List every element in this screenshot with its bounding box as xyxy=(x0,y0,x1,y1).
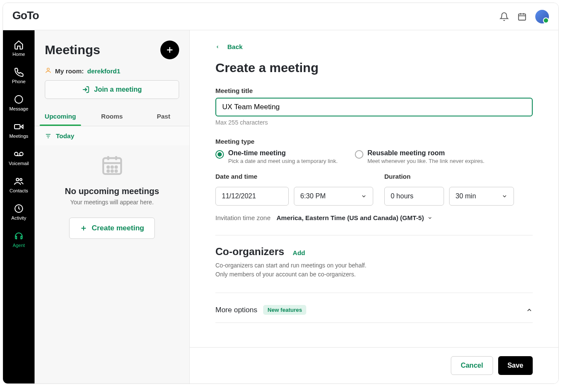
join-meeting-button[interactable]: Join a meeting xyxy=(45,80,179,99)
svg-point-12 xyxy=(115,166,117,168)
phone-icon xyxy=(14,67,24,77)
page-title: Create a meeting xyxy=(215,61,533,75)
nav-meetings[interactable]: Meetings xyxy=(3,116,35,144)
svg-point-6 xyxy=(20,179,22,181)
tab-past[interactable]: Past xyxy=(138,107,189,126)
svg-rect-2 xyxy=(15,125,20,129)
meetings-panel: Meetings My room: derekford1 Join a meet… xyxy=(35,30,190,383)
nav-activity-label: Activity xyxy=(12,215,26,221)
svg-rect-0 xyxy=(519,14,526,20)
new-meeting-button[interactable] xyxy=(160,41,179,59)
radio-reuse-title: Reusable meeting room xyxy=(368,149,485,157)
nav-message[interactable]: Message xyxy=(3,89,35,116)
more-options-label: More options xyxy=(215,306,257,314)
empty-title: No upcoming meetings xyxy=(65,186,159,196)
nav-contacts[interactable]: Contacts xyxy=(3,171,35,198)
date-input[interactable]: 11/12/2021 xyxy=(215,187,289,206)
back-link[interactable]: Back xyxy=(215,43,243,50)
cancel-button[interactable]: Cancel xyxy=(451,356,493,375)
radio-reusable[interactable]: Reusable meeting room Meet whenever you … xyxy=(355,149,485,164)
svg-point-3 xyxy=(15,152,18,156)
chevron-down-icon xyxy=(361,193,367,199)
form-footer: Cancel Save xyxy=(190,347,558,383)
minutes-select[interactable]: 30 min xyxy=(449,187,514,206)
coorganizers-title: Co-organizers xyxy=(215,246,284,258)
avatar[interactable] xyxy=(535,10,549,23)
datetime-label: Date and time xyxy=(215,173,373,180)
meetings-title: Meetings xyxy=(45,43,100,57)
time-select[interactable]: 6:30 PM xyxy=(294,187,373,206)
type-label: Meeting type xyxy=(215,138,533,145)
bell-icon[interactable] xyxy=(499,12,509,21)
person-icon xyxy=(45,67,52,75)
nav-voicemail-label: Voicemail xyxy=(9,161,29,166)
nav-phone-label: Phone xyxy=(12,79,26,84)
detail-panel: Back Create a meeting Meeting title Max … xyxy=(190,30,558,383)
nav-home[interactable]: Home xyxy=(3,35,35,62)
message-icon xyxy=(14,94,24,105)
join-meeting-label: Join a meeting xyxy=(94,86,142,93)
new-features-badge: New features xyxy=(263,305,306,315)
tab-rooms[interactable]: Rooms xyxy=(86,107,138,126)
nav-message-label: Message xyxy=(9,106,29,111)
radio-one-time[interactable]: One-time meeting Pick a date and meet us… xyxy=(215,149,338,164)
goto-logo: GoTo xyxy=(12,9,39,24)
topbar: GoTo xyxy=(3,3,558,30)
meeting-title-input[interactable] xyxy=(215,98,533,116)
create-meeting-button[interactable]: Create meeting xyxy=(69,218,155,239)
nav-home-label: Home xyxy=(12,52,25,57)
back-label: Back xyxy=(227,43,243,50)
coorganizers-desc: Co-organizers can start and run meetings… xyxy=(215,261,533,279)
svg-point-5 xyxy=(16,178,19,181)
add-coorganizer-link[interactable]: Add xyxy=(293,249,305,256)
calendar-empty-icon xyxy=(100,153,124,179)
myroom-id[interactable]: derekford1 xyxy=(87,67,121,75)
chevron-down-icon xyxy=(502,193,508,199)
svg-point-15 xyxy=(115,170,117,172)
nav-activity[interactable]: Activity xyxy=(3,198,35,226)
video-icon xyxy=(14,122,24,132)
empty-subtitle: Your meetings will appear here. xyxy=(70,199,154,206)
activity-icon xyxy=(14,203,24,214)
svg-point-10 xyxy=(107,166,109,168)
today-filter[interactable]: Today xyxy=(35,126,189,145)
title-hint: Max 255 characters xyxy=(215,119,533,126)
filter-icon xyxy=(45,133,52,139)
svg-point-11 xyxy=(111,166,113,168)
radio-selected-icon xyxy=(215,150,224,159)
timezone-label: Invitation time zone xyxy=(215,214,270,221)
radio-unselected-icon xyxy=(355,150,363,159)
chevron-up-icon xyxy=(526,307,533,314)
svg-point-4 xyxy=(20,152,23,156)
svg-point-1 xyxy=(15,96,23,103)
svg-point-13 xyxy=(107,170,109,172)
svg-point-8 xyxy=(47,68,49,70)
calendar-icon[interactable] xyxy=(517,12,527,21)
home-icon xyxy=(14,40,24,50)
nav-agent[interactable]: Agent xyxy=(3,226,35,253)
more-options-toggle[interactable]: More options New features xyxy=(215,303,533,317)
duration-label: Duration xyxy=(384,173,514,180)
svg-point-14 xyxy=(111,170,113,172)
voicemail-icon xyxy=(14,149,24,159)
tab-upcoming[interactable]: Upcoming xyxy=(35,107,86,126)
nav-phone[interactable]: Phone xyxy=(3,62,35,89)
radio-one-title: One-time meeting xyxy=(228,149,338,157)
nav-rail: Home Phone Message Meetings Voicemail Co… xyxy=(3,30,35,383)
timezone-select[interactable]: America, Eastern Time (US and Canada) (G… xyxy=(276,214,432,221)
save-button[interactable]: Save xyxy=(498,356,533,375)
nav-contacts-label: Contacts xyxy=(9,188,28,193)
hours-select[interactable]: 0 hours xyxy=(384,187,444,206)
headset-icon xyxy=(14,231,24,241)
today-label: Today xyxy=(56,132,74,139)
nav-voicemail[interactable]: Voicemail xyxy=(3,144,35,171)
chevron-down-icon xyxy=(427,215,432,221)
radio-one-sub: Pick a date and meet using a temporary l… xyxy=(228,158,338,164)
contacts-icon xyxy=(14,176,24,186)
nav-agent-label: Agent xyxy=(13,243,25,248)
create-meeting-label: Create meeting xyxy=(92,224,144,232)
nav-meetings-label: Meetings xyxy=(9,134,29,139)
title-label: Meeting title xyxy=(215,87,533,94)
radio-reuse-sub: Meet whenever you like. The link never e… xyxy=(368,158,485,164)
chevron-left-icon xyxy=(215,44,220,50)
